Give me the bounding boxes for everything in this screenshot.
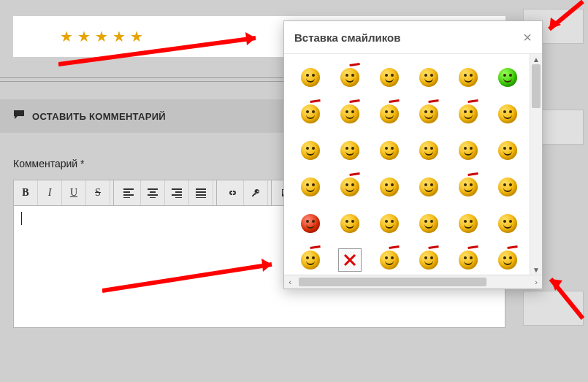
smiley-laugh[interactable] — [373, 61, 405, 93]
smiley-hair11[interactable] — [492, 244, 524, 275]
bold-button[interactable]: B — [14, 180, 38, 205]
align-left-button[interactable] — [117, 180, 141, 205]
smiley-popup: Вставка смайликов × ▲ ▼ ‹ › — [283, 20, 543, 289]
smiley-point[interactable] — [373, 171, 405, 203]
smiley-devil[interactable] — [294, 207, 327, 240]
vertical-scrollbar[interactable]: ▲ ▼ — [530, 54, 542, 275]
smiley-dizzy[interactable] — [294, 98, 327, 130]
popup-title: Вставка смайликов — [294, 31, 400, 44]
smiley-sad[interactable] — [452, 134, 484, 167]
italic-button[interactable]: I — [38, 180, 62, 205]
align-center-button[interactable] — [141, 180, 165, 205]
smiley-kiss[interactable] — [452, 61, 484, 93]
star-icon[interactable]: ★ — [60, 29, 73, 44]
smiley-tongue[interactable] — [373, 98, 405, 130]
smiley-ghost[interactable] — [413, 207, 445, 240]
smiley-pair[interactable] — [334, 207, 366, 240]
horizontal-scrollbar[interactable]: ‹ › — [284, 275, 542, 289]
smiley-side[interactable] — [492, 98, 524, 130]
smiley-fly[interactable] — [492, 207, 524, 240]
smiley-twin[interactable] — [452, 207, 484, 240]
smiley-hair5[interactable] — [334, 171, 366, 203]
smiley-wave[interactable] — [413, 171, 445, 203]
smiley-grid — [294, 61, 532, 275]
smiley-hair9[interactable] — [413, 244, 445, 275]
underline-button[interactable]: U — [62, 180, 86, 205]
smiley-surprise[interactable] — [294, 171, 327, 203]
smiley-hair6[interactable] — [452, 171, 484, 203]
star-icon[interactable]: ★ — [95, 29, 108, 44]
smiley-hair10[interactable] — [452, 244, 484, 275]
smiley-hair8[interactable] — [373, 244, 405, 275]
smiley-hair4[interactable] — [452, 98, 484, 130]
align-right-button[interactable] — [165, 180, 189, 205]
key-button[interactable] — [244, 180, 268, 205]
smiley-angry[interactable] — [334, 61, 366, 93]
smiley-smile[interactable] — [294, 61, 327, 93]
smiley-thumbs[interactable] — [413, 61, 445, 93]
smiley-hair2[interactable] — [334, 98, 366, 130]
star-icon[interactable]: ★ — [130, 29, 143, 44]
smiley-flag[interactable] — [373, 134, 405, 167]
link-button[interactable] — [220, 180, 244, 205]
smiley-cross[interactable] — [334, 244, 366, 275]
align-justify-button[interactable] — [189, 180, 213, 205]
comment-icon — [13, 110, 25, 123]
smiley-happy[interactable] — [373, 207, 405, 240]
smiley-big[interactable] — [294, 134, 327, 167]
smiley-hair7[interactable] — [294, 244, 327, 275]
star-icon[interactable]: ★ — [112, 29, 126, 44]
smiley-mad[interactable] — [492, 134, 524, 167]
star-icon[interactable]: ★ — [77, 29, 91, 44]
strike-button[interactable]: S — [86, 180, 110, 205]
smiley-green[interactable] — [492, 61, 524, 93]
smiley-sleep[interactable] — [492, 171, 524, 203]
smiley-grin[interactable] — [334, 134, 366, 167]
leave-comment-label: ОСТАВИТЬ КОММЕНТАРИЙ — [32, 111, 166, 122]
close-icon[interactable]: × — [523, 30, 532, 45]
sidebar-box — [523, 291, 584, 326]
smiley-cool[interactable] — [413, 134, 445, 167]
smiley-hair3[interactable] — [413, 98, 445, 130]
